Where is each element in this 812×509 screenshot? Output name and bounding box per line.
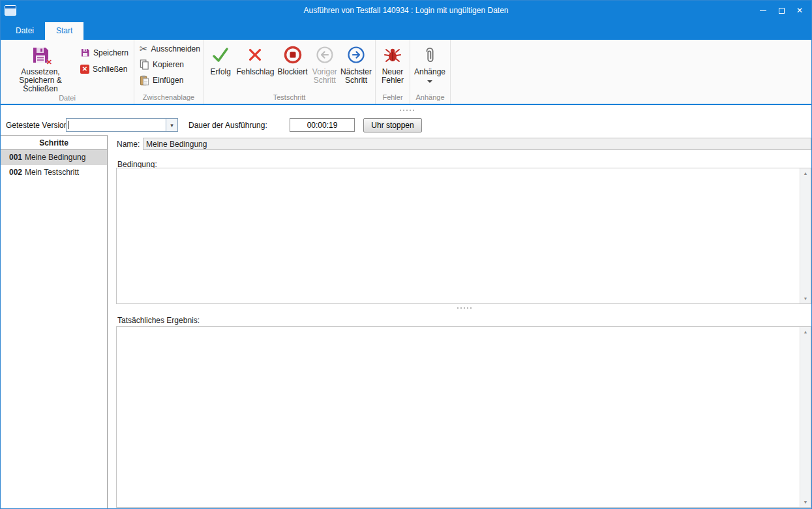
ribbon-group-zwischenablage: ✂ Ausschneiden Kopieren [134,40,203,104]
window-controls: ✕ [754,1,809,20]
group-label-datei: Datei [1,93,134,104]
app-window: { "window": { "title": "Ausführen von Te… [0,0,812,509]
dauer-label: Dauer der Ausführung: [188,119,267,132]
kopieren-label: Kopieren [153,60,184,69]
suspend-save-close-label: Aussetzen, Speichern & Schließen [5,68,76,93]
paperclip-icon [423,44,437,66]
fehlschlag-button[interactable]: Fehlschlag [235,42,275,76]
neuer-fehler-button[interactable]: Neuer Fehler [378,42,407,85]
ribbon-group-testschritt: Erfolg Fehlschlag Blocki [203,40,376,104]
ausschneiden-button[interactable]: ✂ Ausschneiden [137,42,200,55]
tab-start[interactable]: Start [45,22,83,40]
tatsaechliches-ergebnis-label: Tatsächliches Ergebnis: [117,316,200,325]
title-bar: Ausführen von Testfall 140934 : Login mi… [1,1,811,20]
voriger-schritt-label: Voriger Schritt [312,68,338,85]
minimize-icon [760,10,766,11]
naechster-schritt-label: Nächster Schritt [340,68,372,85]
ribbon-tab-row: Datei Start [1,20,811,40]
naechster-schritt-button[interactable]: Nächster Schritt [340,42,372,85]
uhr-stoppen-button[interactable]: Uhr stoppen [363,118,422,132]
blocked-stop-icon [283,44,303,66]
scroll-down-icon[interactable]: ▼ [804,294,808,303]
step-label: Mein Testschritt [25,168,79,177]
einfuegen-label: Einfügen [153,76,183,85]
erfolg-button[interactable]: Erfolg [206,42,235,76]
maximize-icon [779,8,785,14]
group-zw-content: ✂ Ausschneiden Kopieren [134,40,203,93]
text-caret [68,121,69,129]
ribbon-group-fehler: Neuer Fehler Fehler [376,40,410,104]
scroll-up-icon[interactable]: ▲ [804,327,808,337]
name-label: Name: [117,140,140,149]
group-label-testschritt: Testschritt [203,93,375,104]
step-item-002[interactable]: 002Mein Testschritt [1,165,107,180]
minimize-button[interactable] [754,1,772,20]
floppy-disk-icon [80,48,90,57]
step-number: 002 [9,168,22,177]
save-close-icon: ✕ [31,44,50,66]
blockiert-label: Blockiert [278,68,308,76]
anhaenge-button[interactable]: Anhänge [413,42,447,83]
bedingung-textarea[interactable]: ▲ ▼ [116,168,811,304]
getestete-version-label: Getestete Version: [6,119,70,132]
fail-x-icon [247,44,263,66]
schliessen-label: Schließen [93,65,127,74]
fehlschlag-label: Fehlschlag [236,68,274,76]
ribbon-group-datei: ✕ Aussetzen, Speichern & Schließen Speic… [1,40,134,104]
ausschneiden-label: Ausschneiden [151,44,200,54]
getestete-version-combobox[interactable]: ▾ [66,118,178,132]
blockiert-button[interactable]: Blockiert [275,42,309,76]
group-label-anhaenge: Anhänge [410,93,450,104]
datei-small-buttons: Speichern ✕ Schließen [78,46,131,76]
scroll-down-icon[interactable]: ▼ [804,497,808,507]
name-field[interactable] [143,138,811,150]
schliessen-button[interactable]: ✕ Schließen [78,62,131,76]
combobox-text [67,119,166,131]
bug-icon [384,44,401,66]
splitter-grip[interactable] [457,307,472,309]
kopieren-button[interactable]: Kopieren [137,57,200,71]
dauer-value-input[interactable] [290,118,355,132]
ergebnis-scrollbar[interactable]: ▲ ▼ [800,327,811,507]
close-button[interactable]: ✕ [790,1,809,20]
steps-header: Schritte [1,136,107,150]
combobox-dropdown-arrow-icon[interactable]: ▾ [166,119,177,131]
next-step-icon [346,44,366,66]
steps-panel: Schritte 001Meine Bedingung 002Mein Test… [1,135,108,508]
tab-datei[interactable]: Datei [5,22,45,40]
window-title: Ausführen von Testfall 140934 : Login mi… [1,6,811,15]
step-label: Meine Bedingung [25,153,85,162]
erfolg-label: Erfolg [211,68,231,76]
copy-icon [140,59,149,70]
scroll-up-icon[interactable]: ▲ [804,168,808,178]
ergebnis-textarea[interactable]: ▲ ▼ [116,326,811,508]
close-red-icon: ✕ [80,65,89,74]
step-detail-panel: Name: Bedingung: ▲ ▼ Tatsächliches Ergeb… [115,135,811,508]
previous-step-icon [315,44,335,66]
ribbon-collapse-grip[interactable] [400,110,414,111]
chevron-down-icon[interactable] [427,80,432,83]
close-badge-icon: ✕ [46,58,52,67]
group-anhaenge-content: Anhänge [410,40,450,93]
step-item-001[interactable]: 001Meine Bedingung [1,150,107,165]
speichern-label: Speichern [93,48,128,57]
step-number: 001 [9,153,22,162]
bedingung-scrollbar[interactable]: ▲ ▼ [800,168,811,303]
success-check-icon [211,44,230,66]
ribbon: ✕ Aussetzen, Speichern & Schließen Speic… [1,40,811,105]
anhaenge-label: Anhänge [414,68,445,76]
group-test-content: Erfolg Fehlschlag Blocki [203,40,375,93]
voriger-schritt-button[interactable]: Voriger Schritt [310,42,340,85]
paste-icon [140,75,149,85]
neuer-fehler-label: Neuer Fehler [380,68,405,85]
group-fehler-content: Neuer Fehler [376,40,410,93]
group-label-zwischenablage: Zwischenablage [134,93,203,104]
suspend-save-close-button[interactable]: ✕ Aussetzen, Speichern & Schließen [3,42,78,93]
group-label-fehler: Fehler [376,93,410,104]
scissors-icon: ✂ [140,44,148,54]
einfuegen-button[interactable]: Einfügen [137,73,200,87]
group-datei-content: ✕ Aussetzen, Speichern & Schließen Speic… [1,40,134,93]
maximize-button[interactable] [772,1,790,20]
speichern-button[interactable]: Speichern [78,46,131,59]
ribbon-group-anhaenge: Anhänge Anhänge [410,40,451,104]
